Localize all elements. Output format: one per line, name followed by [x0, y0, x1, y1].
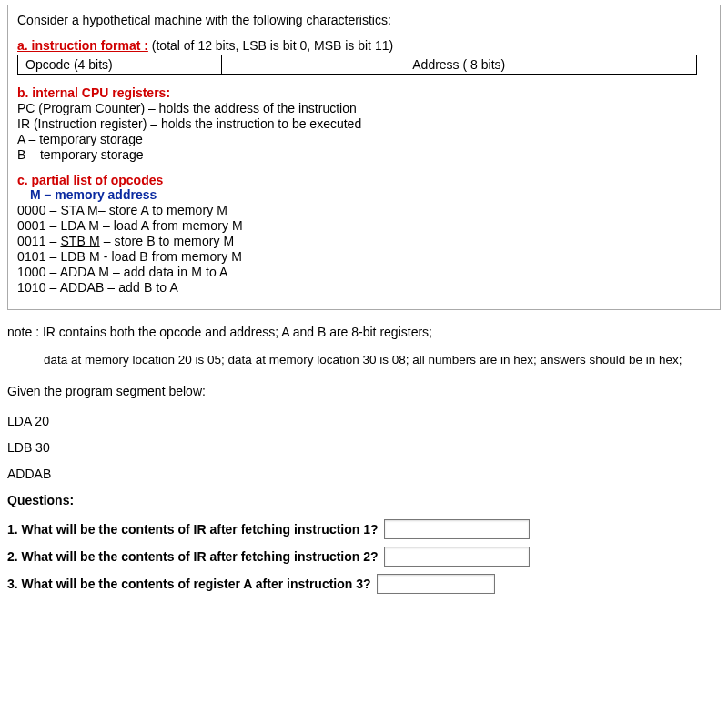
- program-line-2: LDB 30: [7, 438, 721, 457]
- opcode-cell: Opcode (4 bits): [18, 55, 222, 75]
- problem-box: Consider a hypothetical machine with the…: [7, 5, 721, 310]
- opcode-adda: 1000 – ADDA M – add data in M to A: [17, 265, 711, 279]
- section-a: a. instruction format : (total of 12 bit…: [17, 38, 711, 75]
- answer-1-input[interactable]: [384, 519, 530, 539]
- section-c: c. partial list of opcodes M – memory ad…: [17, 173, 711, 295]
- question-3-text: 3. What will be the contents of register…: [7, 575, 371, 594]
- instruction-format-table: Opcode (4 bits) Address ( 8 bits): [17, 55, 697, 75]
- opcode-stb: 0011 – STB M – store B to memory M: [17, 234, 711, 248]
- section-c-heading: c. partial list of opcodes: [17, 173, 711, 187]
- questions-heading: Questions:: [7, 491, 721, 510]
- answer-2-input[interactable]: [384, 547, 530, 567]
- answer-3-input[interactable]: [377, 574, 495, 594]
- section-a-extra: (total of 12 bits, LSB is bit 0, MSB is …: [148, 38, 393, 53]
- given-label: Given the program segment below:: [7, 382, 721, 401]
- note-line-2: data at memory location 20 is 05; data a…: [44, 351, 721, 369]
- address-cell: Address ( 8 bits): [221, 55, 696, 75]
- reg-pc: PC (Program Counter) – holds the address…: [17, 101, 711, 115]
- program-line-3: ADDAB: [7, 465, 721, 484]
- question-2-text: 2. What will be the contents of IR after…: [7, 547, 379, 567]
- note-line-1: note : IR contains both the opcode and a…: [7, 323, 721, 342]
- section-a-heading: a. instruction format :: [17, 38, 148, 53]
- question-1-row: 1. What will be the contents of IR after…: [7, 519, 721, 539]
- intro-text: Consider a hypothetical machine with the…: [17, 13, 711, 27]
- opcode-sta: 0000 – STA M– store A to memory M: [17, 203, 711, 217]
- lower-section: note : IR contains both the opcode and a…: [0, 310, 728, 594]
- opcode-lda: 0001 – LDA M – load A from memory M: [17, 218, 711, 233]
- reg-b: B – temporary storage: [17, 147, 711, 162]
- program-line-1: LDA 20: [7, 412, 721, 431]
- reg-ir: IR (Instruction register) – holds the in…: [17, 116, 711, 131]
- section-b: b. internal CPU registers: PC (Program C…: [17, 85, 711, 162]
- reg-a: A – temporary storage: [17, 132, 711, 146]
- question-2-row: 2. What will be the contents of IR after…: [7, 547, 721, 567]
- opcode-addab: 1010 – ADDAB – add B to A: [17, 280, 711, 295]
- section-b-heading: b. internal CPU registers:: [17, 85, 711, 100]
- question-3-row: 3. What will be the contents of register…: [7, 574, 721, 594]
- mem-address-label: M – memory address: [30, 187, 711, 202]
- question-1-text: 1. What will be the contents of IR after…: [7, 520, 379, 539]
- opcode-ldb: 0101 – LDB M - load B from memory M: [17, 249, 711, 264]
